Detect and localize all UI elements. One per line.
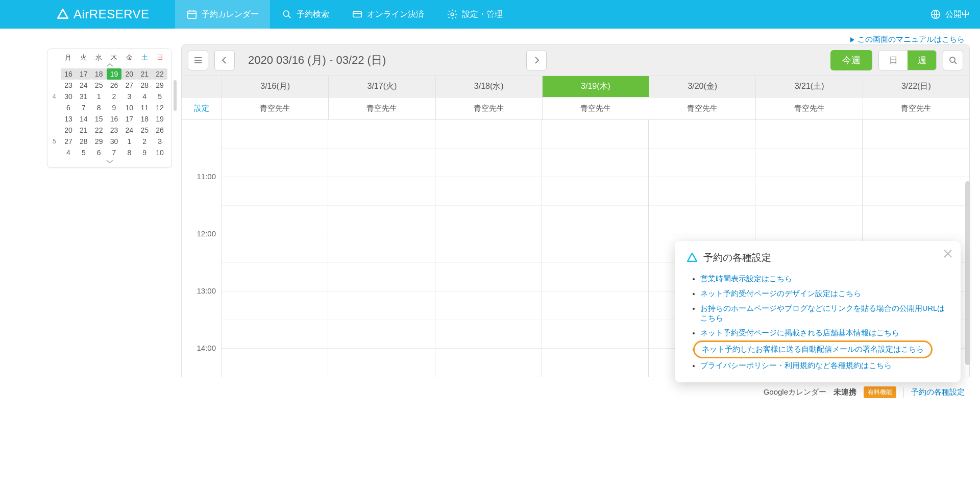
calendar-cell[interactable] (328, 120, 434, 149)
mc-day-cell[interactable]: 19 (152, 113, 167, 125)
mc-day-cell[interactable]: 6 (61, 102, 76, 113)
calendar-cell[interactable] (755, 149, 862, 177)
calendar-cell[interactable] (542, 149, 648, 177)
mc-day-cell[interactable]: 2 (107, 91, 122, 102)
calendar-cell[interactable] (222, 291, 328, 320)
calendar-scrollbar[interactable] (965, 181, 970, 365)
mc-day-cell[interactable]: 31 (76, 91, 91, 102)
popup-link[interactable]: ネット予約受付ページのデザイン設定はこちら (700, 289, 861, 298)
mc-day-cell[interactable]: 25 (91, 80, 107, 91)
calendar-cell[interactable] (755, 206, 862, 234)
mc-day-cell[interactable]: 1 (91, 91, 107, 102)
calendar-cell[interactable] (435, 291, 542, 320)
mc-day-cell[interactable]: 4 (61, 147, 76, 158)
mc-day-cell[interactable]: 20 (121, 68, 137, 80)
popup-close-button[interactable] (942, 248, 953, 261)
footer-settings-link[interactable]: 予約の各種設定 (911, 387, 965, 397)
calendar-cell[interactable] (649, 120, 755, 149)
nav-calendar[interactable]: 予約カレンダー (175, 0, 270, 29)
mc-day-cell[interactable]: 15 (91, 113, 107, 125)
seg-day[interactable]: 日 (879, 51, 908, 70)
calendar-cell[interactable] (222, 120, 328, 149)
mc-day-cell[interactable]: 24 (76, 80, 91, 91)
calendar-cell[interactable] (328, 291, 434, 320)
cal-header-day[interactable]: 3/17(火) (328, 76, 435, 97)
calendar-search-button[interactable] (943, 50, 963, 70)
mc-day-cell[interactable]: 24 (121, 125, 137, 136)
calendar-cell[interactable] (222, 206, 328, 234)
mc-day-cell[interactable]: 29 (152, 80, 167, 91)
mc-day-cell[interactable]: 12 (152, 102, 167, 113)
mc-day-cell[interactable]: 10 (152, 147, 167, 158)
mc-day-cell[interactable]: 25 (137, 125, 152, 136)
calendar-cell[interactable] (435, 177, 542, 206)
calendar-cell[interactable] (755, 177, 862, 206)
calendar-cell[interactable] (328, 149, 434, 177)
calendar-cell[interactable] (435, 349, 542, 377)
mc-day-cell[interactable]: 3 (121, 91, 137, 102)
mc-day-cell[interactable]: 8 (91, 102, 107, 113)
popup-link[interactable]: ネット予約したお客様に送る自動配信メールの署名設定はこちら (700, 345, 925, 353)
nav-payment[interactable]: オンライン決済 (340, 0, 435, 29)
calendar-cell[interactable] (542, 206, 648, 234)
calendar-cell[interactable] (435, 263, 542, 291)
mc-next[interactable] (52, 158, 167, 164)
cal-header-day[interactable]: 3/20(金) (649, 76, 755, 97)
mc-day-cell[interactable]: 21 (76, 125, 91, 136)
mc-day-cell[interactable]: 5 (152, 91, 167, 102)
mc-day-cell[interactable]: 3 (152, 136, 167, 147)
calendar-cell[interactable] (222, 177, 328, 206)
calendar-cell[interactable] (328, 320, 434, 349)
mc-day-cell[interactable]: 26 (107, 80, 122, 91)
mc-day-cell[interactable]: 7 (107, 147, 122, 158)
mc-day-cell[interactable]: 22 (152, 68, 167, 80)
mc-day-cell[interactable]: 26 (152, 125, 167, 136)
mc-day-cell[interactable]: 30 (107, 136, 122, 147)
mc-day-cell[interactable]: 10 (121, 102, 137, 113)
seg-week[interactable]: 週 (908, 51, 936, 70)
mc-day-cell[interactable]: 28 (76, 136, 91, 147)
mc-day-cell[interactable]: 22 (91, 125, 107, 136)
calendar-cell[interactable] (222, 263, 328, 291)
mc-day-cell[interactable]: 13 (61, 113, 76, 125)
mc-day-cell[interactable]: 27 (121, 80, 137, 91)
calendar-cell[interactable] (222, 234, 328, 263)
calendar-cell[interactable] (863, 206, 969, 234)
nav-search[interactable]: 予約検索 (270, 0, 340, 29)
mc-day-cell[interactable]: 17 (121, 113, 137, 125)
calendar-cell[interactable] (222, 349, 328, 377)
mc-day-cell[interactable]: 2 (137, 136, 152, 147)
calendar-cell[interactable] (435, 234, 542, 263)
calendar-cell[interactable] (649, 149, 755, 177)
mc-day-cell[interactable]: 11 (137, 102, 152, 113)
calendar-cell[interactable] (435, 149, 542, 177)
calendar-cell[interactable] (542, 320, 648, 349)
cal-header-day[interactable]: 3/22(日) (863, 76, 969, 97)
calendar-cell[interactable] (222, 149, 328, 177)
cal-settings-link[interactable]: 設定 (182, 97, 222, 119)
mc-day-cell[interactable]: 8 (121, 147, 137, 158)
nav-settings[interactable]: 設定・管理 (435, 0, 514, 29)
calendar-cell[interactable] (328, 206, 434, 234)
calendar-cell[interactable] (542, 349, 648, 377)
mc-day-cell[interactable]: 17 (76, 68, 91, 80)
calendar-cell[interactable] (649, 177, 755, 206)
mc-prev[interactable] (52, 62, 167, 68)
publish-status[interactable]: 公開中 (930, 9, 970, 20)
mc-day-cell[interactable]: 27 (61, 136, 76, 147)
hamburger-button[interactable] (188, 50, 208, 70)
mc-day-cell[interactable]: 1 (121, 136, 137, 147)
cal-header-day[interactable]: 3/18(水) (435, 76, 542, 97)
mc-day-cell[interactable]: 6 (91, 147, 107, 158)
manual-link[interactable]: この画面のマニュアルはこちら (849, 35, 965, 44)
calendar-cell[interactable] (328, 263, 434, 291)
calendar-cell[interactable] (542, 234, 648, 263)
popup-link[interactable]: ネット予約受付ページに掲載される店舗基本情報はこちら (700, 329, 899, 337)
calendar-cell[interactable] (863, 120, 969, 149)
calendar-cell[interactable] (542, 120, 648, 149)
mc-day-cell[interactable]: 16 (107, 113, 122, 125)
mc-day-cell[interactable]: 16 (61, 68, 76, 80)
calendar-cell[interactable] (863, 177, 969, 206)
mc-day-cell[interactable]: 30 (61, 91, 76, 102)
mc-scrollbar[interactable] (174, 80, 177, 111)
